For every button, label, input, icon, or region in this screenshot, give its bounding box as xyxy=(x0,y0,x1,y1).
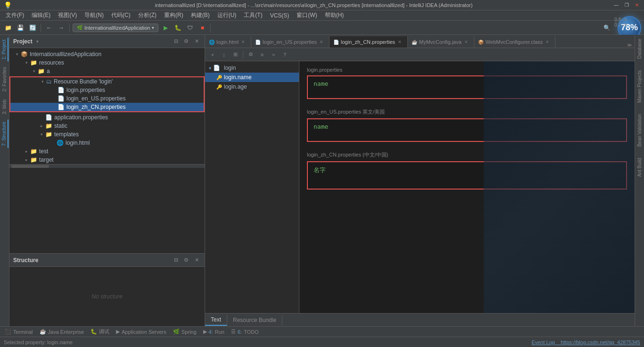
toolbar-forward[interactable]: → xyxy=(56,23,66,33)
grid-button[interactable]: ⊞ xyxy=(231,50,240,59)
web-tab-vertical[interactable]: 3: Web xyxy=(1,98,8,116)
tree-target[interactable]: ▸ 📁 target xyxy=(9,156,205,164)
tree-templates[interactable]: ▾ 📁 templates xyxy=(9,130,205,139)
menu-vcs[interactable]: VCS(S) xyxy=(266,11,293,20)
structure-settings-icon[interactable]: ⚙ xyxy=(182,256,190,264)
tabs-overflow-button[interactable]: ≫ xyxy=(627,42,632,48)
todo-icon: ☰ xyxy=(231,329,236,335)
tab-login-en-properties[interactable]: 📄 login_en_US.properties ✕ xyxy=(251,36,330,48)
java-enterprise-button[interactable]: ☕ Java Enterprise xyxy=(37,328,87,336)
tree-root[interactable]: ▾ 📦 InternationalllizedApplication xyxy=(9,50,205,58)
debug-button[interactable]: 🐛 xyxy=(173,23,183,33)
add-property-button[interactable]: + xyxy=(208,50,217,59)
tab-login-en-close[interactable]: ✕ xyxy=(319,39,324,45)
menu-refactor[interactable]: 重构(R) xyxy=(160,10,187,20)
tree-login-properties[interactable]: ▸ 📄 login.properties xyxy=(10,86,204,94)
tree-test[interactable]: ▸ 📁 test xyxy=(9,147,205,156)
tree-login-en-properties[interactable]: ▸ 📄 login_en_US.properties xyxy=(10,94,204,103)
tab-login-zh-close[interactable]: ✕ xyxy=(397,39,403,45)
coverage-button[interactable]: 🛡 xyxy=(185,23,195,33)
todo-button[interactable]: ☰ 6: TODO xyxy=(228,328,262,336)
debug-tool-button[interactable]: 🐛 调试 xyxy=(88,327,112,336)
maximize-button[interactable]: ❐ xyxy=(623,2,630,8)
menu-window[interactable]: 窗口(W) xyxy=(293,10,321,20)
tab-text[interactable]: Text xyxy=(205,314,227,326)
property-tree-login-age[interactable]: 🔑 login.age xyxy=(205,82,299,91)
maven-tab[interactable]: Maven Projects xyxy=(636,68,643,105)
stop-button[interactable]: ■ xyxy=(197,23,207,33)
csdn-link[interactable]: https://blog.csdn.net/qq_42875345 xyxy=(561,339,640,345)
tree-login-html[interactable]: ▸ 🌐 login.html xyxy=(9,139,205,147)
project-tab-vertical[interactable]: 1: Project xyxy=(0,38,8,61)
toolbar-back[interactable]: ← xyxy=(44,23,54,33)
login-zh-prop-value-box[interactable]: 名字 xyxy=(307,161,627,190)
toolbar-sync[interactable]: 🔄 xyxy=(27,23,38,33)
menu-bar: 文件(F) 编辑(E) 视图(V) 导航(N) 代码(C) 分析(Z) 重构(R… xyxy=(0,10,644,21)
spring-button[interactable]: 🌿 Spring xyxy=(170,328,199,336)
structure-panel: Structure ⊟ ⚙ ✕ No structure xyxy=(9,253,205,326)
align-button[interactable]: ≡ xyxy=(257,50,267,59)
structure-align-button[interactable]: ⊟ xyxy=(172,256,180,264)
ant-build-tab[interactable]: Ant Build xyxy=(636,156,643,179)
tree-login-zh-properties[interactable]: ▸ 📄 login_zh_CN.properties xyxy=(10,103,204,111)
login-folder-icon: ▾ xyxy=(209,66,211,71)
structure-close-button[interactable]: ✕ xyxy=(192,256,201,264)
close-panel-button[interactable]: ✕ xyxy=(192,37,201,46)
app-servers-button[interactable]: ▶ Application Servers xyxy=(113,328,169,336)
project-panel-header: Project ▾ ⊟ ⚙ ✕ xyxy=(9,35,205,48)
toolbar-save[interactable]: 💾 xyxy=(15,23,25,33)
help-button[interactable]: ? xyxy=(280,50,289,59)
menu-view[interactable]: 视图(V) xyxy=(54,10,81,20)
menu-build[interactable]: 构建(B) xyxy=(187,10,214,20)
settings-button[interactable]: ⚙ xyxy=(246,50,256,59)
menu-run[interactable]: 运行(U) xyxy=(214,10,240,20)
menu-edit[interactable]: 编辑(E) xyxy=(28,10,54,20)
tab-login-html-label: login.html xyxy=(216,39,239,45)
diff-button[interactable]: ≈ xyxy=(269,50,278,59)
static-arrow: ▸ xyxy=(38,124,45,128)
menu-help[interactable]: 帮助(H) xyxy=(321,10,348,20)
close-button[interactable]: ✕ xyxy=(634,2,640,8)
tab-login-html-close[interactable]: ✕ xyxy=(240,39,246,45)
tree-scrollbar[interactable] xyxy=(9,164,205,168)
menu-analyze[interactable]: 分析(Z) xyxy=(134,10,160,20)
collapse-all-button[interactable]: ⊟ xyxy=(172,37,180,46)
tree-resource-bundle[interactable]: ▾ 🗂 Resource Bundle 'login' xyxy=(10,77,204,86)
tree-a-folder[interactable]: ▾ 📁 a xyxy=(9,67,205,75)
structure-tab-vertical[interactable]: 7: Structure xyxy=(0,120,8,148)
tab-mymvcconfig-close[interactable]: ✕ xyxy=(463,39,469,45)
login-en-prop-value-box[interactable]: name xyxy=(307,118,627,142)
tree-resources[interactable]: ▾ 📁 resources xyxy=(9,58,205,67)
search-everywhere-button[interactable]: 🔍 xyxy=(602,23,612,33)
run-tool-button[interactable]: ▶ 4: Run xyxy=(200,328,227,336)
bean-validation-tab[interactable]: Bean Validation xyxy=(636,112,643,149)
tab-login-html[interactable]: 🌐 login.html ✕ xyxy=(205,36,251,48)
database-tab[interactable]: Database xyxy=(636,37,643,61)
menu-tools[interactable]: 工具(T) xyxy=(240,10,266,20)
tab-resource-bundle[interactable]: Resource Bundle xyxy=(227,315,282,325)
terminal-button[interactable]: ⬛ Terminal xyxy=(2,328,36,336)
toolbar-open-file[interactable]: 📁 xyxy=(3,23,13,33)
menu-code[interactable]: 代码(C) xyxy=(107,10,134,20)
login-prop-value-box[interactable]: name xyxy=(307,75,627,99)
editor-content: ▾ 📄 login 🔑 login.name 🔑 login.age xyxy=(205,61,635,313)
favorites-tab-vertical[interactable]: 2: Favorites xyxy=(1,65,8,93)
todo-num: 6: xyxy=(238,329,242,335)
settings-icon[interactable]: ⚙ xyxy=(182,37,190,46)
run-config-selector[interactable]: 🌿 InternationalllizedApplication ▾ xyxy=(73,24,158,32)
tab-webmvcconfigurer-close[interactable]: ✕ xyxy=(545,39,550,45)
tab-webmvcconfigurer[interactable]: 📦 WebMvcConfigurer.class ✕ xyxy=(474,36,555,48)
minimize-button[interactable]: — xyxy=(613,2,619,8)
sort-button[interactable]: ↕ xyxy=(219,50,229,59)
menu-file[interactable]: 文件(F) xyxy=(2,10,28,20)
key2-icon: 🔑 xyxy=(216,84,222,90)
run-button[interactable]: ▶ xyxy=(160,23,171,33)
status-bar-link[interactable]: Event Log https://blog.csdn.net/qq_42875… xyxy=(531,339,640,345)
tree-static[interactable]: ▸ 📁 static xyxy=(9,122,205,130)
property-tree-login-folder[interactable]: ▾ 📄 login xyxy=(205,63,299,73)
menu-navigate[interactable]: 导航(N) xyxy=(81,10,107,20)
tree-app-properties[interactable]: ▸ 📄 application.properties xyxy=(9,113,205,122)
tab-mymvcconfig[interactable]: ☕ MyMvcConfig.java ✕ xyxy=(408,36,474,48)
property-tree-login-name[interactable]: 🔑 login.name xyxy=(205,73,299,82)
tab-login-zh-properties[interactable]: 📄 login_zh_CN.properties ✕ xyxy=(330,36,408,48)
